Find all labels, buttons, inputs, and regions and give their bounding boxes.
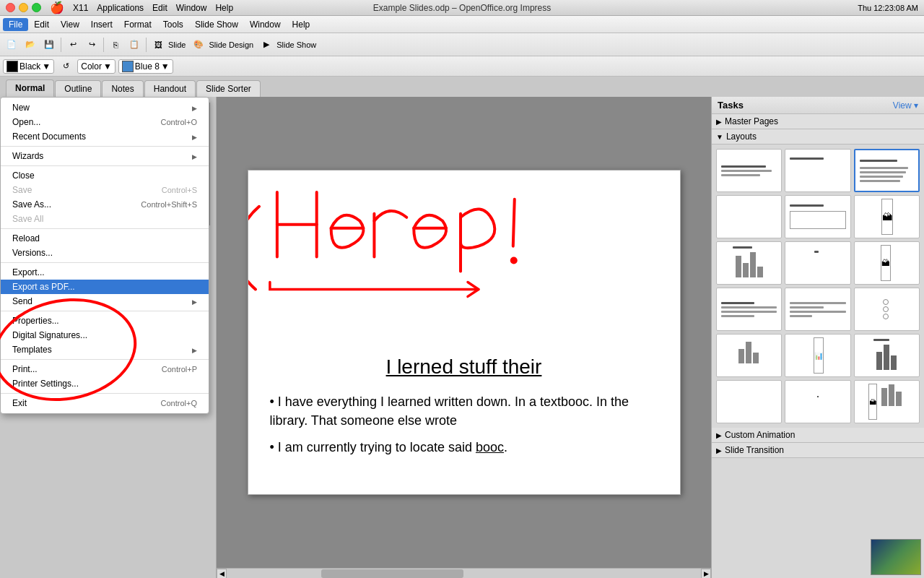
menu-item-printersettings[interactable]: Printer Settings... <box>1 376 209 391</box>
help-menu-sys[interactable]: Help <box>215 3 233 13</box>
color-reset-btn[interactable]: ↺ <box>57 58 74 75</box>
menu-tools[interactable]: Tools <box>157 18 189 31</box>
scroll-right-btn[interactable]: ▶ <box>701 569 711 579</box>
menu-item-digsig[interactable]: Digital Signatures... <box>1 328 209 342</box>
layout-title-only[interactable] <box>785 149 850 192</box>
paste-btn[interactable]: 📋 <box>126 36 143 53</box>
layout-table1[interactable] <box>785 241 850 285</box>
layout-lines2[interactable] <box>785 380 850 423</box>
open-label: Open... <box>12 117 40 127</box>
menu-insert[interactable]: Insert <box>85 18 118 31</box>
color-selector[interactable]: Black ▼ <box>3 59 54 74</box>
slidedesign-btn[interactable]: 🎨 <box>190 36 207 53</box>
tasks-view-btn[interactable]: View ▾ <box>893 100 918 111</box>
slideshow-tb-btn[interactable]: ▶ <box>258 36 275 53</box>
menu-item-properties[interactable]: Properties... <box>1 314 209 328</box>
sep1 <box>1 146 209 147</box>
layouts-section-header[interactable]: ▼ Layouts <box>712 129 924 144</box>
color-scheme-selector[interactable]: Blue 8 ▼ <box>118 59 173 74</box>
x11-menu[interactable]: X11 <box>73 3 88 13</box>
menu-item-wizards[interactable]: Wizards <box>1 149 209 163</box>
layout-2col[interactable] <box>716 195 782 238</box>
menu-view[interactable]: View <box>55 18 85 31</box>
tab-outline[interactable]: Outline <box>55 80 101 97</box>
layout-textchart[interactable]: 📊 <box>785 334 850 377</box>
menu-item-reload[interactable]: Reload <box>1 231 209 246</box>
master-pages-section[interactable]: ▶ Master Pages <box>712 114 924 129</box>
menu-item-open[interactable]: Open... Control+O <box>1 115 209 129</box>
layout-text3[interactable] <box>785 288 850 331</box>
traffic-lights[interactable] <box>6 3 41 12</box>
slide-btn[interactable]: 🖼 <box>149 36 167 53</box>
menu-item-exportpdf[interactable]: Export as PDF... <box>1 280 209 294</box>
menu-item-save[interactable]: Save Control+S <box>1 183 209 197</box>
menu-item-exit[interactable]: Exit Control+Q <box>1 396 209 410</box>
layout-text2[interactable] <box>716 288 782 331</box>
layout-imgchart[interactable]: 🏔 <box>854 380 920 423</box>
menu-item-templates[interactable]: Templates <box>1 342 209 357</box>
layout-blank[interactable] <box>716 149 782 192</box>
layout-chart3[interactable] <box>854 334 920 377</box>
color-type-arrow[interactable]: ▼ <box>103 61 112 72</box>
menu-item-send[interactable]: Send <box>1 294 209 309</box>
h-scrollbar[interactable]: ◀ ▶ <box>217 568 711 578</box>
edit-menu-sys[interactable]: Edit <box>152 3 167 13</box>
menu-item-saveall[interactable]: Save All <box>1 212 209 226</box>
redo-btn[interactable]: ↪ <box>83 36 100 53</box>
menu-item-recent[interactable]: Recent Documents <box>1 129 209 144</box>
color-type-selector[interactable]: Color ▼ <box>77 59 116 74</box>
slide-text-area[interactable]: I lerned stuff their I have everything I… <box>270 355 658 465</box>
custom-animation-section[interactable]: ▶ Custom Animation <box>712 428 924 443</box>
window-menu-sys[interactable]: Window <box>176 3 207 13</box>
menu-item-saveas[interactable]: Save As... Control+Shift+S <box>1 197 209 212</box>
tab-handout[interactable]: Handout <box>144 80 196 97</box>
layout-charttext[interactable] <box>716 334 782 377</box>
maximize-button[interactable] <box>32 3 41 12</box>
menu-file[interactable]: File <box>3 18 28 31</box>
menu-item-export[interactable]: Export... <box>1 265 209 280</box>
toolbar-sep3 <box>146 38 147 52</box>
slide-page[interactable]: I lerned stuff their I have everything I… <box>248 170 681 495</box>
tab-notes[interactable]: Notes <box>102 80 143 97</box>
file-menu[interactable]: New Open... Control+O Recent Documents W… <box>0 97 209 414</box>
open-shortcut: Control+O <box>161 118 197 126</box>
menu-slideshow[interactable]: Slide Show <box>189 18 244 31</box>
slide-transition-section[interactable]: ▶ Slide Transition <box>712 443 924 458</box>
menu-window[interactable]: Window <box>244 18 287 31</box>
layout-lines1[interactable] <box>716 380 782 423</box>
menu-item-new[interactable]: New <box>1 100 209 115</box>
menu-format[interactable]: Format <box>118 18 157 31</box>
bottom-image-area <box>712 536 924 578</box>
layout-imgtext[interactable]: 🏔 <box>854 241 920 285</box>
tab-normal[interactable]: Normal <box>6 79 54 97</box>
layout-numbered[interactable] <box>854 288 920 331</box>
save-btn[interactable]: 💾 <box>40 36 58 53</box>
menu-item-versions[interactable]: Versions... <box>1 246 209 260</box>
color-dropdown-arrow[interactable]: ▼ <box>42 61 51 72</box>
color-scheme-arrow[interactable]: ▼ <box>161 61 170 72</box>
tab-slidesorter[interactable]: Slide Sorter <box>196 80 261 97</box>
layout-title-content[interactable] <box>854 149 920 192</box>
menu-item-print[interactable]: Print... Control+P <box>1 362 209 376</box>
layout-title-img[interactable]: 🏔 <box>854 195 920 238</box>
app-menu-bar: File Edit View Insert Format Tools Slide… <box>0 16 924 33</box>
applications-menu[interactable]: Applications <box>97 3 144 13</box>
menu-help[interactable]: Help <box>287 18 316 31</box>
copy-btn[interactable]: ⎘ <box>107 36 124 53</box>
apple-menu[interactable]: 🍎 <box>50 1 64 14</box>
minimize-button[interactable] <box>19 3 28 12</box>
slide-canvas[interactable]: I lerned stuff their I have everything I… <box>217 97 711 568</box>
open-btn[interactable]: 📂 <box>22 36 39 53</box>
versions-label: Versions... <box>12 248 53 258</box>
h-scroll-thumb[interactable] <box>321 569 463 578</box>
scroll-left-btn[interactable]: ◀ <box>217 569 227 579</box>
menu-edit[interactable]: Edit <box>28 18 55 31</box>
color-swatch-black <box>6 61 18 72</box>
menu-item-close[interactable]: Close <box>1 168 209 183</box>
layout-chart1[interactable] <box>716 241 782 285</box>
undo-btn[interactable]: ↩ <box>64 36 82 53</box>
animation-arrow: ▶ <box>716 431 722 439</box>
layout-title-text[interactable] <box>785 195 850 238</box>
new-btn[interactable]: 📄 <box>3 36 20 53</box>
close-button[interactable] <box>6 3 15 12</box>
